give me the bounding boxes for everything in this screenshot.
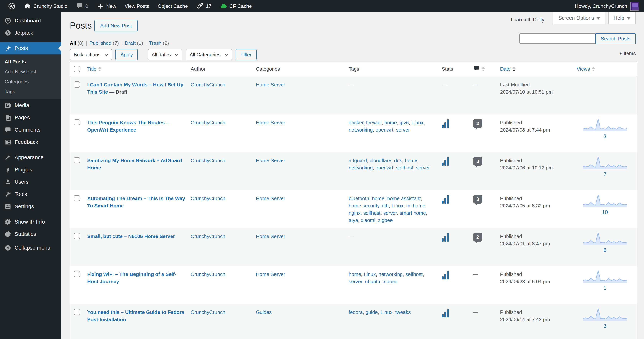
sidebar-item-plugins[interactable]: Plugins	[0, 164, 61, 176]
sidebar-item-tools[interactable]: Tools	[0, 188, 61, 200]
column-views[interactable]: Views	[577, 66, 590, 72]
row-checkbox[interactable]	[74, 195, 80, 201]
category-link[interactable]: Home Server	[256, 196, 285, 201]
column-comments[interactable]	[469, 62, 496, 76]
post-title-link[interactable]: I Can’t Contain My Words – How I Set Up …	[87, 82, 184, 95]
tag-link[interactable]: home	[384, 120, 397, 125]
views-count-link[interactable]: 10	[602, 209, 608, 216]
author-link[interactable]: CrunchyCrunch	[191, 82, 226, 87]
status-filter-link[interactable]: Trash	[149, 40, 162, 46]
stats-bars-icon[interactable]	[442, 157, 449, 166]
views-count-link[interactable]: 3	[603, 133, 606, 140]
search-input[interactable]	[520, 33, 600, 44]
tag-link[interactable]: networking	[349, 165, 373, 171]
category-link[interactable]: Home Server	[256, 234, 285, 239]
author-link[interactable]: CrunchyCrunch	[191, 158, 226, 163]
howdy-account-link[interactable]: Howdy, CrunchyCrunch	[575, 3, 627, 9]
comment-count-badge[interactable]: 3	[473, 195, 482, 204]
status-filter-published[interactable]: Published (7)	[90, 40, 119, 46]
submenu-item-all-posts[interactable]: All Posts	[0, 57, 61, 67]
category-link[interactable]: Home Server	[256, 158, 285, 163]
all-categories-select[interactable]: All Categories	[186, 49, 232, 60]
category-link[interactable]: Home Server	[256, 271, 285, 277]
sort-arrows[interactable]	[482, 67, 485, 71]
post-title-link[interactable]: Fixing WiFi – The Beginning of a Self-Ho…	[87, 271, 176, 284]
post-title-link[interactable]: You need this – Ultimate Guide to Fedora…	[87, 309, 184, 322]
stats-bars-icon[interactable]	[442, 309, 449, 317]
row-checkbox[interactable]	[74, 233, 80, 239]
filter-button[interactable]: Filter	[236, 49, 257, 60]
views-count-link[interactable]: 6	[603, 247, 606, 254]
comment-count-badge[interactable]: 2	[473, 119, 482, 128]
tag-link[interactable]: networking	[349, 127, 373, 133]
admin-bar-item-litespeed-quic[interactable]: 17	[192, 0, 216, 12]
submenu-item-add-new-post[interactable]: Add New Post	[0, 67, 61, 77]
tag-link[interactable]: openwrt	[376, 127, 393, 133]
admin-bar-item-site-name[interactable]: Crunchy Studio	[20, 0, 72, 12]
category-link[interactable]: Home Server	[256, 82, 285, 87]
tag-link[interactable]: selfhost	[396, 165, 413, 171]
apply-button[interactable]: Apply	[116, 49, 138, 60]
tag-link[interactable]: home	[349, 271, 361, 277]
tag-link[interactable]: selfhost	[406, 271, 423, 277]
sidebar-item-media[interactable]: Media	[0, 99, 61, 111]
screen-options-tab[interactable]: Screen Options	[553, 12, 606, 24]
sidebar-item-dashboard[interactable]: Dashboard	[0, 14, 61, 27]
tag-link[interactable]: home assistant	[387, 196, 421, 201]
tag-link[interactable]: tuya	[349, 217, 358, 223]
views-count-link[interactable]: 1	[603, 284, 606, 292]
tag-link[interactable]: home security	[349, 203, 379, 209]
admin-bar-item-wordpress-logo[interactable]	[4, 0, 20, 12]
tag-link[interactable]: mi home	[406, 203, 425, 209]
column-date[interactable]: Date	[500, 66, 510, 72]
admin-bar-item-object-cache[interactable]: Object Cache	[153, 0, 192, 12]
sidebar-item-users[interactable]: Users	[0, 176, 61, 188]
tag-link[interactable]: guide	[366, 309, 378, 315]
admin-bar-item-view-posts[interactable]: View Posts	[120, 0, 153, 12]
author-link[interactable]: CrunchyCrunch	[191, 309, 226, 315]
sidebar-item-appearance[interactable]: Appearance	[0, 151, 61, 164]
sort-arrows[interactable]	[592, 67, 595, 71]
admin-bar-item-cf-cache[interactable]: CF Cache	[216, 0, 256, 12]
author-link[interactable]: CrunchyCrunch	[191, 271, 226, 277]
sidebar-item-collapse-menu[interactable]: Collapse menu	[0, 242, 61, 254]
tag-link[interactable]: server	[383, 210, 397, 216]
search-posts-button[interactable]: Search Posts	[595, 33, 636, 44]
submenu-item-categories[interactable]: Categories	[0, 77, 61, 87]
status-filter-link[interactable]: All	[70, 40, 76, 46]
tag-link[interactable]: xiaomi	[361, 217, 375, 223]
tag-link[interactable]: cloudflare	[370, 158, 392, 163]
status-filter-link[interactable]: Published	[90, 40, 111, 46]
views-count-link[interactable]: 7	[603, 171, 606, 178]
sidebar-item-show-ip-info[interactable]: Show IP Info	[0, 216, 61, 228]
row-checkbox[interactable]	[74, 81, 80, 87]
tag-link[interactable]: server	[349, 279, 362, 284]
tag-link[interactable]: smart home	[400, 210, 426, 216]
tag-link[interactable]: bluetooth	[349, 196, 369, 201]
category-link[interactable]: Home Server	[256, 120, 285, 125]
tag-link[interactable]: dns	[394, 158, 402, 163]
all-dates-select[interactable]: All dates	[148, 49, 182, 60]
comment-count-badge[interactable]: 3	[473, 157, 482, 166]
tag-link[interactable]: ubuntu	[365, 279, 380, 284]
stats-bars-icon[interactable]	[442, 233, 449, 242]
tag-link[interactable]: openwrt	[376, 165, 393, 171]
sort-arrows[interactable]	[98, 67, 102, 71]
sidebar-item-posts[interactable]: Posts	[0, 42, 61, 54]
sidebar-item-settings[interactable]: Settings	[0, 200, 61, 213]
column-title[interactable]: Title	[87, 66, 96, 72]
tag-link[interactable]: ifttt	[382, 203, 389, 209]
author-link[interactable]: CrunchyCrunch	[191, 234, 226, 239]
status-filter-draft[interactable]: Draft (1)	[125, 40, 143, 46]
tag-link[interactable]: Linux	[392, 203, 404, 209]
sidebar-item-feedback[interactable]: Feedback	[0, 136, 61, 148]
views-count-link[interactable]: 3	[603, 322, 606, 330]
sidebar-item-statistics[interactable]: Statistics	[0, 228, 61, 240]
stats-bars-icon[interactable]	[442, 271, 449, 280]
tag-link[interactable]: zigbee	[378, 217, 393, 223]
post-title-link[interactable]: Automating The Dream – This Is The Way T…	[87, 196, 185, 209]
help-tab[interactable]: Help	[608, 12, 636, 24]
status-filter-trash[interactable]: Trash (2)	[149, 40, 169, 46]
tag-link[interactable]: server	[416, 165, 430, 171]
post-title-link[interactable]: Small, but cute – N5105 Home Server	[87, 234, 175, 239]
